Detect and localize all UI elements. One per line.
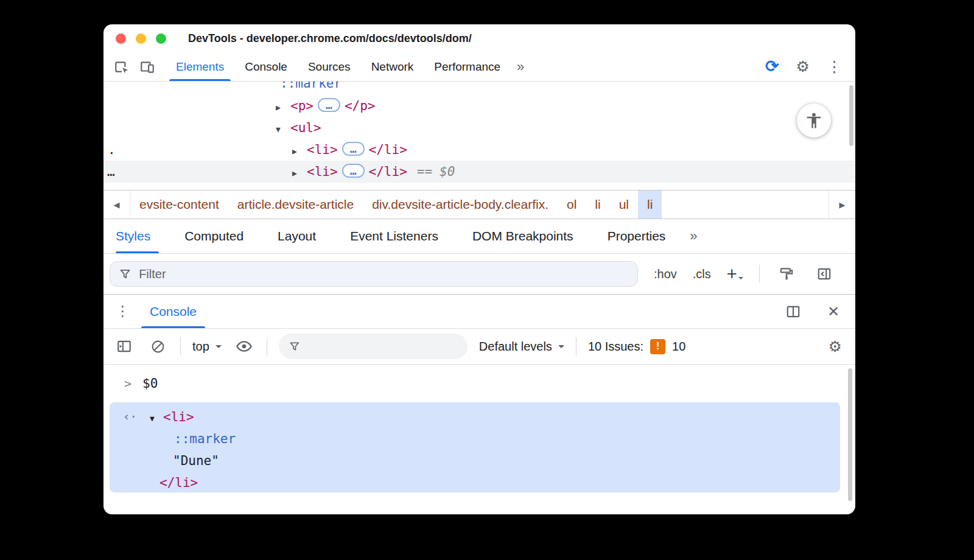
toggle-element-state-button[interactable]: :hov xyxy=(654,267,677,281)
dollar-zero-reference: $0 xyxy=(440,164,455,179)
new-style-rule-button[interactable]: + xyxy=(727,265,743,283)
styles-filter-input[interactable] xyxy=(139,267,629,281)
new-rule-dropdown-caret-icon xyxy=(738,277,743,282)
tree-row-li-selected[interactable]: ▶<li>…</li>==$0 xyxy=(103,161,855,183)
dom-tree-scrollbar[interactable] xyxy=(849,85,853,146)
eye-live-expression-icon[interactable] xyxy=(233,335,255,357)
breadcrumb-item[interactable]: evsite-content xyxy=(130,191,228,219)
split-panel-icon[interactable] xyxy=(782,301,804,323)
tag-open: <ul> xyxy=(290,121,321,135)
twisty-collapsed-icon[interactable]: ▶ xyxy=(292,141,307,163)
breadcrumb-item[interactable]: li xyxy=(586,191,609,219)
tab-console[interactable]: Console xyxy=(234,52,298,81)
reload-sync-icon[interactable]: ⟳ xyxy=(765,58,779,75)
tree-row-ul[interactable]: ▼<ul> xyxy=(103,117,855,139)
tab-styles[interactable]: Styles xyxy=(116,219,167,253)
tree-row-p[interactable]: ▶<p>…</p> xyxy=(103,95,855,117)
console-result-block: ‹· ▼<li> ::marker "Dune" </li> xyxy=(110,402,840,492)
more-style-tabs-icon[interactable]: » xyxy=(684,219,703,253)
result-tag-close: </li> xyxy=(159,475,198,490)
tab-elements-label: Elements xyxy=(176,60,224,74)
expand-ellipsis-button[interactable]: … xyxy=(342,142,365,156)
close-window-button[interactable] xyxy=(116,33,126,44)
styles-pane-tabs: Styles Computed Layout Event Listeners D… xyxy=(103,219,855,254)
tab-dom-breakpoints[interactable]: DOM Breakpoints xyxy=(455,219,590,253)
drawer-tab-console[interactable]: Console xyxy=(147,295,199,328)
tag-open: <p> xyxy=(290,99,314,113)
console-filter-input[interactable] xyxy=(306,340,457,354)
dropdown-caret-icon xyxy=(558,345,564,351)
tree-row-li-1[interactable]: ▶<li>…</li> xyxy=(103,139,855,161)
tag-close: </li> xyxy=(369,164,407,179)
expand-ellipsis-button[interactable]: … xyxy=(342,164,365,178)
breadcrumb-item-selected[interactable]: li xyxy=(638,191,662,219)
divider xyxy=(576,337,576,355)
equals-sign: == xyxy=(417,164,432,179)
result-marker-row[interactable]: ::marker xyxy=(174,428,236,450)
breadcrumb-back-icon[interactable]: ◀ xyxy=(103,191,130,219)
filter-funnel-icon xyxy=(119,267,131,281)
tab-performance-label: Performance xyxy=(434,60,500,74)
console-settings-gear-icon[interactable]: ⚙ xyxy=(829,339,842,354)
close-drawer-icon[interactable]: ✕ xyxy=(827,303,839,320)
expand-ellipsis-button[interactable]: … xyxy=(318,98,340,112)
tab-computed[interactable]: Computed xyxy=(167,219,261,253)
tab-elements[interactable]: Elements xyxy=(166,52,234,81)
panel-tabs: Elements Console Sources Network Perform… xyxy=(166,52,530,81)
element-classes-button[interactable]: .cls xyxy=(693,267,711,281)
tab-properties-label: Properties xyxy=(608,229,666,243)
console-scrollbar[interactable] xyxy=(848,368,852,501)
tree-row-clipped-marker[interactable]: ::marker xyxy=(280,82,342,94)
breadcrumb-item[interactable]: ul xyxy=(610,191,638,219)
accessibility-button[interactable] xyxy=(797,103,831,138)
more-tabs-icon[interactable]: » xyxy=(511,52,530,81)
log-levels-value: Default levels xyxy=(479,340,552,354)
twisty-collapsed-icon[interactable]: ▶ xyxy=(292,163,307,184)
clear-console-icon[interactable] xyxy=(147,335,169,357)
breadcrumb-forward-icon[interactable]: ▶ xyxy=(829,191,855,219)
tab-network[interactable]: Network xyxy=(361,52,424,81)
breadcrumb-item[interactable]: div.devsite-article-body.clearfix. xyxy=(363,191,558,219)
kebab-menu-icon[interactable]: ⋮ xyxy=(827,59,842,74)
minimize-window-button[interactable] xyxy=(136,33,146,44)
maximize-window-button[interactable] xyxy=(156,33,166,44)
twisty-expanded-icon[interactable]: ▼ xyxy=(276,119,290,141)
clipped-gutter-ellipsis: … xyxy=(107,161,116,183)
twisty-collapsed-icon[interactable]: ▶ xyxy=(276,97,290,119)
dropdown-caret-icon xyxy=(215,345,222,351)
inspect-element-icon[interactable] xyxy=(111,56,133,78)
context-selector[interactable]: top xyxy=(192,340,222,354)
tab-event-listeners[interactable]: Event Listeners xyxy=(333,219,455,253)
styles-filter-field[interactable] xyxy=(110,261,638,287)
filter-funnel-icon xyxy=(289,340,301,353)
breadcrumb-item[interactable]: ol xyxy=(558,191,586,219)
tab-layout[interactable]: Layout xyxy=(261,219,333,253)
log-levels-selector[interactable]: Default levels xyxy=(479,340,564,354)
tab-event-listeners-label: Event Listeners xyxy=(350,229,438,243)
drawer-kebab-menu-icon[interactable]: ⋮ xyxy=(116,295,133,328)
result-text-node-row[interactable]: "Dune" xyxy=(173,450,219,472)
traffic-lights xyxy=(116,33,166,44)
main-toolbar: Elements Console Sources Network Perform… xyxy=(103,52,855,82)
window-title: DevTools - developer.chrome.com/docs/dev… xyxy=(188,32,472,45)
tab-dom-breakpoints-label: DOM Breakpoints xyxy=(472,229,573,243)
return-value-icon: ‹· xyxy=(123,410,137,423)
rendering-paint-roller-icon[interactable] xyxy=(776,263,797,285)
result-li-close-row[interactable]: </li> xyxy=(159,472,198,494)
tab-performance[interactable]: Performance xyxy=(424,52,511,81)
console-sidebar-icon[interactable] xyxy=(113,335,135,357)
clipped-gutter-text: . xyxy=(108,139,116,161)
twisty-expanded-icon[interactable]: ▼ xyxy=(150,408,163,430)
tag-open: <li> xyxy=(307,142,338,157)
issues-counter[interactable]: 10 Issues: ! 10 xyxy=(588,339,685,354)
breadcrumb-item[interactable]: article.devsite-article xyxy=(228,191,363,219)
toolbar-right-group: ⟳ ⚙ ⋮ xyxy=(765,52,842,81)
tab-sources[interactable]: Sources xyxy=(298,52,361,81)
result-li-open-row[interactable]: ▼<li> xyxy=(150,406,194,428)
dock-sidebar-icon[interactable] xyxy=(813,263,835,285)
tab-properties[interactable]: Properties xyxy=(590,219,683,253)
result-tag-open: <li> xyxy=(163,410,194,424)
device-toolbar-icon[interactable] xyxy=(136,56,158,78)
console-filter-field[interactable] xyxy=(279,334,468,359)
settings-gear-icon[interactable]: ⚙ xyxy=(796,59,810,74)
